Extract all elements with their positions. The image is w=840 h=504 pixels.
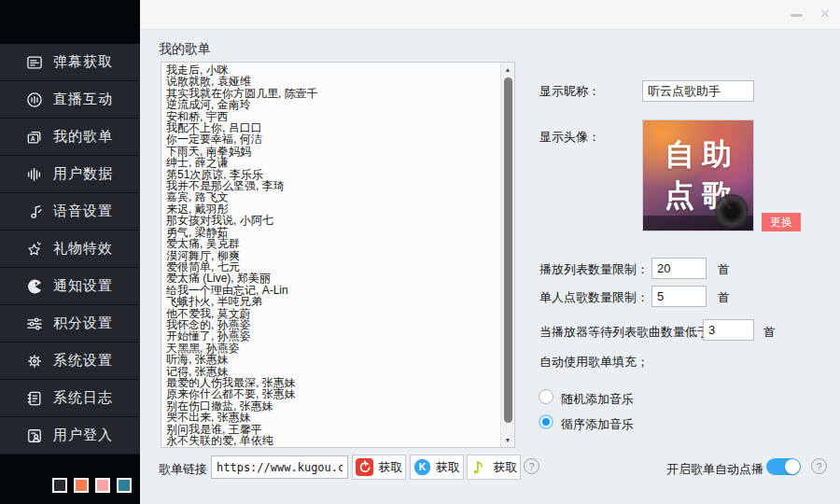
netease-cloud-music-icon	[356, 458, 374, 477]
sidebar-item-notification-settings[interactable]: 通知设置	[0, 268, 140, 305]
sidebar-item-label: 系统设置	[53, 352, 113, 370]
playlist-limit-label: 播放列表数量限制：	[539, 261, 649, 278]
user-data-icon	[25, 165, 44, 184]
autoplay-toggle[interactable]	[766, 458, 801, 475]
song-list-box[interactable]: 我走后, 小咪说散就散, 袁娅维其实我就在你方圆几里, 陈壹千逆流成河, 金南玲…	[161, 62, 515, 448]
sidebar-item-label: 礼物特效	[53, 240, 113, 258]
scroll-up-icon[interactable]: ▲	[501, 63, 514, 77]
playlist-link-help-icon[interactable]: ?	[524, 458, 539, 474]
playlist-limit-unit: 首	[718, 261, 730, 278]
system-log-icon	[25, 389, 44, 408]
playlist-link-input[interactable]	[211, 455, 348, 479]
page-title: 我的歌单	[159, 41, 211, 58]
fetch-netease-button[interactable]: 获取	[352, 455, 406, 480]
sidebar-item-live-interaction[interactable]: 直播互动	[0, 81, 140, 119]
sidebar-item-gift-effects[interactable]: 礼物特效	[0, 231, 140, 268]
fetch-button-label: 获取	[436, 459, 460, 476]
song-item[interactable]: 爱太痛 (Live), 郑美丽	[166, 273, 498, 284]
my-playlist-icon: A	[25, 128, 44, 147]
song-item[interactable]: 开始懂了, 孙燕姿	[166, 330, 498, 342]
radio-random-add[interactable]	[539, 389, 553, 404]
app-window: 弹幕获取 直播互动 A 我的歌单 用户数据	[0, 0, 840, 504]
avatar-caption: 自助 点歌	[643, 133, 753, 216]
sidebar-item-danmaku[interactable]: 弹幕获取	[0, 44, 140, 81]
per-user-limit-input[interactable]	[651, 286, 707, 307]
sidebar-item-user-data[interactable]: 用户数据	[0, 156, 140, 193]
gift-effects-icon	[25, 240, 44, 259]
scrollbar[interactable]: ▲ ▼	[500, 63, 514, 447]
low-queue-input[interactable]	[703, 319, 754, 341]
sidebar-item-user-login[interactable]: 用户登入	[0, 417, 140, 455]
avatar-image: 自助 点歌	[642, 119, 754, 231]
theme-swatch-pink[interactable]	[95, 478, 110, 493]
sidebar-item-label: 用户数据	[53, 165, 113, 183]
voice-settings-icon	[25, 203, 44, 221]
live-interaction-icon	[25, 91, 44, 109]
svg-text:A: A	[31, 135, 35, 142]
autoplay-label: 开启歌单自动点播	[666, 461, 763, 478]
autofill-label: 自动使用歌单填充；	[539, 354, 649, 371]
song-item[interactable]: 绅士, 薛之谦	[166, 157, 498, 168]
toggle-knob	[785, 459, 800, 474]
theme-swatch-teal[interactable]	[117, 478, 132, 493]
sidebar-item-system-settings[interactable]: 系统设置	[0, 343, 140, 380]
radio-random-add-label: 随机添加音乐	[561, 391, 634, 408]
svg-text:K: K	[419, 462, 427, 472]
sidebar-item-voice-settings[interactable]: 语音设置	[0, 193, 140, 231]
sidebar-menu: 弹幕获取 直播互动 A 我的歌单 用户数据	[0, 44, 140, 455]
sidebar: 弹幕获取 直播互动 A 我的歌单 用户数据	[0, 0, 140, 504]
playlist-link-label: 歌单链接	[159, 461, 207, 478]
nickname-label: 显示昵称：	[539, 83, 600, 100]
song-item[interactable]: 那女孩对我说, 小阿七	[166, 215, 498, 226]
danmaku-icon	[25, 53, 44, 72]
song-item[interactable]: 听海, 张惠妹	[166, 354, 498, 365]
avatar-label: 显示头像：	[539, 129, 600, 146]
song-item[interactable]: 嘉宾, 路飞文	[166, 191, 498, 203]
minimize-icon[interactable]	[791, 14, 803, 17]
sidebar-footer	[52, 478, 132, 493]
song-item[interactable]: 飞蛾扑火, 半吨兄弟	[166, 296, 498, 307]
fetch-qq-music-button[interactable]: 获取	[467, 455, 521, 480]
kugou-icon: K	[413, 458, 431, 476]
sidebar-item-label: 直播互动	[53, 91, 113, 108]
radio-sequential-add-label: 循序添加音乐	[561, 416, 634, 433]
low-queue-label: 当播放器等待列表歌曲数量低于	[539, 324, 709, 341]
playlist-limit-input[interactable]	[651, 258, 707, 279]
per-user-limit-unit: 首	[718, 289, 730, 306]
sidebar-item-label: 弹幕获取	[53, 53, 113, 71]
titlebar: ✕	[140, 0, 840, 30]
theme-swatch-orange[interactable]	[74, 478, 89, 493]
close-icon[interactable]: ✕	[819, 5, 831, 23]
per-user-limit-label: 单人点歌数量限制：	[539, 289, 649, 306]
theme-swatch-dark[interactable]	[52, 478, 67, 493]
radio-sequential-add[interactable]	[539, 414, 553, 429]
sidebar-item-label: 积分设置	[53, 315, 113, 332]
low-queue-unit: 首	[763, 324, 776, 341]
notification-settings-icon	[25, 277, 44, 296]
sidebar-item-label: 语音设置	[53, 203, 113, 220]
sidebar-item-my-playlist[interactable]: A 我的歌单	[0, 119, 140, 156]
song-item[interactable]: 你一定要幸福, 何洁	[166, 133, 498, 145]
autoplay-help-icon[interactable]: ?	[811, 458, 827, 474]
sidebar-item-points-settings[interactable]: 积分设置	[0, 305, 140, 343]
sidebar-item-system-log[interactable]: 系统日志	[0, 380, 140, 417]
scroll-down-icon[interactable]: ▼	[501, 433, 514, 447]
user-login-icon	[25, 427, 44, 445]
song-item[interactable]: 哭不出来, 张惠妹	[166, 412, 498, 423]
song-item[interactable]: 说散就散, 袁娅维	[166, 76, 498, 87]
fetch-button-label: 获取	[379, 459, 403, 476]
nickname-input[interactable]	[642, 80, 754, 102]
song-item[interactable]: 原来你什么都不要, 张惠妹	[166, 388, 498, 399]
sidebar-item-label: 系统日志	[53, 389, 113, 407]
change-avatar-button[interactable]: 更换	[762, 213, 801, 231]
fetch-button-label: 获取	[494, 459, 518, 476]
sidebar-item-label: 用户登入	[53, 427, 113, 444]
fetch-kugou-button[interactable]: K 获取	[410, 455, 464, 480]
sidebar-item-label: 通知设置	[53, 277, 113, 295]
song-item[interactable]: 永不失联的爱, 单依纯	[166, 435, 498, 446]
qq-music-icon	[470, 458, 489, 477]
song-item[interactable]: 爱太痛, 吴克群	[166, 238, 498, 249]
points-settings-icon	[25, 315, 44, 333]
song-item[interactable]: 逆流成河, 金南玲	[166, 99, 498, 110]
scrollbar-thumb[interactable]	[504, 77, 512, 423]
